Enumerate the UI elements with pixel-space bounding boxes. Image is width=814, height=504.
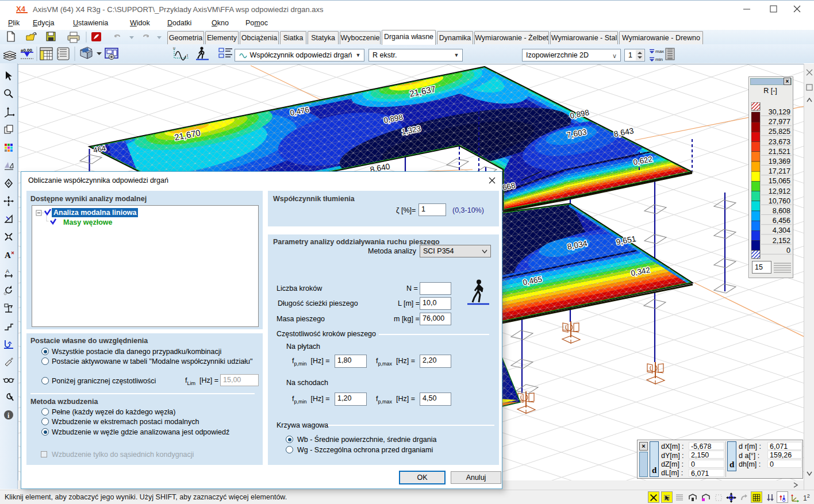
svg-text:t: t bbox=[187, 53, 188, 57]
svg-text:X4: X4 bbox=[16, 5, 26, 13]
svg-text:12: 12 bbox=[803, 493, 810, 502]
svg-text:max: max bbox=[655, 49, 664, 54]
svg-text:u: u bbox=[173, 46, 175, 50]
svg-text:A: A bbox=[5, 251, 11, 260]
svg-text:A: A bbox=[6, 268, 9, 274]
svg-text:min: min bbox=[655, 57, 663, 62]
